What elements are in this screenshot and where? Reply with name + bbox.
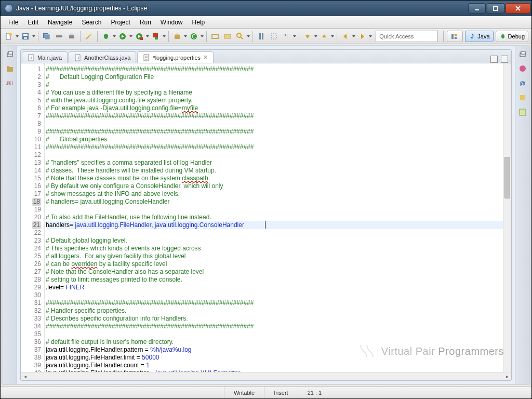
svg-point-16 xyxy=(104,34,108,39)
tab-main-java[interactable]: J Main.java xyxy=(22,51,68,63)
java-perspective-button[interactable]: JJava xyxy=(465,31,493,42)
open-task-button[interactable] xyxy=(222,31,233,42)
svg-rect-13 xyxy=(70,33,73,35)
search-dropdown[interactable] xyxy=(246,31,250,42)
svg-line-33 xyxy=(241,37,243,39)
svg-rect-24 xyxy=(153,33,158,37)
svg-rect-50 xyxy=(7,66,9,68)
save-all-button[interactable] xyxy=(41,31,52,42)
svg-rect-11 xyxy=(56,35,62,37)
external-tools-button[interactable] xyxy=(150,31,162,42)
new-button[interactable] xyxy=(3,31,15,42)
tab-label: *logging.properties xyxy=(153,55,201,61)
workbench: JU J Main.java J AnotherClass.java *logg… xyxy=(2,45,530,385)
svg-rect-42 xyxy=(451,34,454,39)
svg-rect-62 xyxy=(520,95,525,100)
run-dropdown[interactable] xyxy=(129,31,133,42)
menu-file[interactable]: File xyxy=(4,17,23,28)
new-package-dropdown[interactable] xyxy=(183,31,188,42)
task-list-icon[interactable] xyxy=(518,64,527,73)
minimize-editor-button[interactable] xyxy=(490,56,498,63)
svg-point-15 xyxy=(90,33,92,35)
status-insert: Insert xyxy=(264,387,298,398)
show-whitespace-dropdown[interactable] xyxy=(292,31,297,42)
debug-button[interactable] xyxy=(100,31,112,42)
svg-rect-36 xyxy=(271,34,276,39)
menu-help[interactable]: Help xyxy=(188,17,210,28)
new-dropdown[interactable] xyxy=(15,31,19,42)
save-button[interactable] xyxy=(20,31,31,42)
junit-icon[interactable]: JU xyxy=(5,78,15,88)
maximize-editor-button[interactable] xyxy=(501,56,508,63)
next-annotation-dropdown[interactable] xyxy=(314,31,318,42)
new-package-button[interactable] xyxy=(171,31,183,42)
maximize-button[interactable] xyxy=(487,3,504,14)
svg-rect-31 xyxy=(224,34,231,38)
outline-icon[interactable]: @ xyxy=(518,78,527,88)
show-whitespace-button[interactable]: ¶ xyxy=(281,31,292,42)
separator xyxy=(299,31,299,42)
forward-dropdown[interactable] xyxy=(368,31,373,42)
new-class-dropdown[interactable] xyxy=(200,31,204,42)
help-icon[interactable] xyxy=(518,108,527,117)
svg-marker-38 xyxy=(305,35,310,38)
search-button[interactable] xyxy=(234,31,246,42)
back-button[interactable] xyxy=(340,31,351,42)
vertical-scrollbar[interactable] xyxy=(503,63,511,372)
save-dropdown[interactable] xyxy=(32,31,36,42)
menu-window[interactable]: Window xyxy=(156,17,188,28)
svg-marker-41 xyxy=(361,34,364,39)
print-button[interactable] xyxy=(66,31,77,42)
code-area[interactable]: ########################################… xyxy=(45,63,503,372)
forward-button[interactable] xyxy=(356,31,368,42)
quick-access-field[interactable]: Quick Access xyxy=(376,31,438,42)
editor-body: 1234567891011121314151617181920212223242… xyxy=(21,63,511,372)
menu-search[interactable]: Search xyxy=(77,17,106,28)
tab-logging-properties[interactable]: *logging.properties ✕ xyxy=(137,51,214,63)
restore-icon[interactable] xyxy=(5,49,15,59)
open-type-button[interactable] xyxy=(209,31,221,42)
status-bar: Writable Insert 21 : 1 xyxy=(1,386,531,398)
back-dropdown[interactable] xyxy=(352,31,356,42)
run-last-dropdown[interactable] xyxy=(145,31,150,42)
wand-button[interactable] xyxy=(83,31,95,42)
restore-icon[interactable] xyxy=(518,49,527,59)
right-trim-bar: @ xyxy=(515,46,529,384)
toggle-mark-button[interactable] xyxy=(256,31,267,42)
minimize-button[interactable] xyxy=(468,3,486,14)
external-tools-dropdown[interactable] xyxy=(162,31,166,42)
tab-another-class[interactable]: J AnotherClass.java xyxy=(69,51,136,63)
toggle-button[interactable] xyxy=(54,31,65,42)
toggle-block-button[interactable] xyxy=(268,31,280,42)
bookmarks-icon[interactable] xyxy=(518,93,527,102)
scrollbar-thumb[interactable] xyxy=(504,157,510,198)
svg-marker-27 xyxy=(175,33,180,35)
new-class-button[interactable]: C xyxy=(188,31,200,42)
debug-perspective-button[interactable]: Debug xyxy=(496,31,528,42)
run-button[interactable] xyxy=(117,31,128,42)
svg-rect-44 xyxy=(455,37,457,39)
debug-dropdown[interactable] xyxy=(112,31,116,42)
next-annotation-button[interactable] xyxy=(302,31,313,42)
app-window: Java - LearningJUL/logging.properties - … xyxy=(0,0,532,399)
package-explorer-icon[interactable] xyxy=(5,64,15,73)
menu-project[interactable]: Project xyxy=(106,17,135,28)
scroll-right-icon[interactable]: ▸ xyxy=(503,373,511,380)
svg-point-46 xyxy=(501,34,504,38)
horizontal-scrollbar[interactable]: ◂ ▸ xyxy=(21,372,511,380)
menu-edit[interactable]: Edit xyxy=(23,17,43,28)
prev-annotation-button[interactable] xyxy=(318,31,330,42)
menu-run[interactable]: Run xyxy=(135,17,156,28)
open-perspective-button[interactable] xyxy=(447,31,463,42)
run-last-button[interactable] xyxy=(134,31,145,42)
scroll-left-icon[interactable]: ◂ xyxy=(21,373,29,380)
separator xyxy=(252,31,253,42)
close-tab-icon[interactable]: ✕ xyxy=(203,54,208,61)
prev-annotation-dropdown[interactable] xyxy=(330,31,335,42)
close-button[interactable] xyxy=(506,3,530,14)
svg-marker-40 xyxy=(343,34,347,39)
menu-bar: File Edit Navigate Search Project Run Wi… xyxy=(1,16,531,29)
menu-navigate[interactable]: Navigate xyxy=(43,17,77,28)
svg-text:¶: ¶ xyxy=(285,33,288,40)
svg-text:J: J xyxy=(471,34,474,39)
